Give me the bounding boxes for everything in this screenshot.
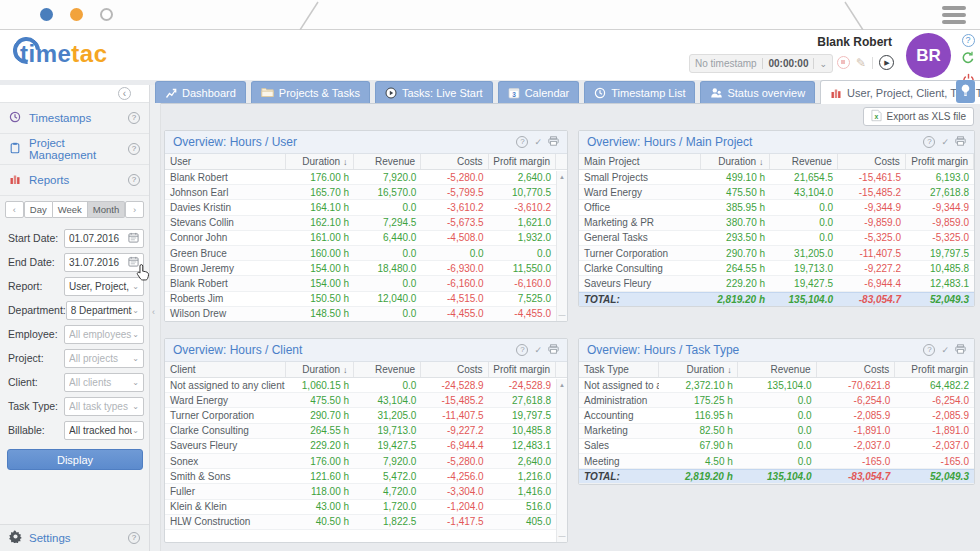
table-row[interactable]: Not assigned to any client1,060.15 h0.0-… bbox=[165, 378, 556, 393]
column-header-costs[interactable]: Costs bbox=[421, 154, 488, 169]
table-row[interactable]: Marketing82.50 h0.0-1,891.0-1,891.0 bbox=[579, 424, 974, 439]
avatar[interactable]: BR bbox=[906, 33, 951, 78]
check-icon[interactable]: ✓ bbox=[941, 137, 949, 147]
chevron-down-icon[interactable]: ⌄ bbox=[132, 426, 139, 435]
column-header-client[interactable]: Client bbox=[165, 362, 286, 377]
chevron-down-icon[interactable]: ⌄ bbox=[132, 378, 139, 387]
table-row[interactable]: Fuller118.00 h4,720.0-3,304.01,416.0 bbox=[165, 484, 556, 499]
tab-projects-tasks[interactable]: Projects & Tasks bbox=[251, 81, 370, 103]
table-row[interactable]: Saveurs Fleury229.20 h19,427.5-6,944.412… bbox=[579, 276, 974, 291]
hamburger-menu-icon[interactable] bbox=[942, 6, 966, 27]
tab-dashboard[interactable]: Dashboard bbox=[155, 81, 246, 103]
table-row[interactable]: Turner Corporation290.70 h31,205.0-11,40… bbox=[165, 408, 556, 423]
help-icon[interactable]: ? bbox=[516, 344, 528, 356]
table-row[interactable]: General Tasks293.50 h0.0-5,325.0-5,325.0 bbox=[579, 231, 974, 246]
table-row[interactable]: Ward Energy475.50 h43,104.0-15,485.227,6… bbox=[579, 185, 974, 200]
end-date-input[interactable]: 31.07.2016 bbox=[64, 253, 144, 272]
table-row[interactable]: Small Projects499.10 h21,654.5-15,461.56… bbox=[579, 170, 974, 185]
chevron-down-icon[interactable]: ⌄ bbox=[132, 306, 139, 315]
column-header-revenue[interactable]: Revenue bbox=[738, 362, 817, 377]
help-icon[interactable]: ? bbox=[516, 136, 528, 148]
help-icon[interactable]: ? bbox=[128, 174, 140, 186]
table-row[interactable]: Brown Jeremy154.00 h18,480.0-6,930.011,5… bbox=[165, 261, 556, 276]
column-header-task-type[interactable]: Task Type bbox=[579, 362, 659, 377]
sidebar-item-project-management[interactable]: Project Management? bbox=[0, 134, 149, 165]
client-select[interactable]: All clients⌄ bbox=[64, 373, 144, 392]
column-header-costs[interactable]: Costs bbox=[817, 362, 896, 377]
printer-icon[interactable] bbox=[955, 136, 966, 148]
table-row[interactable]: Stevans Collin162.10 h7,294.5-5,673.51,6… bbox=[165, 216, 556, 231]
table-row[interactable]: Wilson Drew148.50 h0.0-4,455.0-4,455.0 bbox=[165, 307, 556, 322]
billable-select[interactable]: All tracked hou⌄ bbox=[64, 421, 144, 440]
column-header-revenue[interactable]: Revenue bbox=[354, 154, 421, 169]
column-header-duration[interactable]: Duration↓ bbox=[701, 154, 769, 169]
table-row[interactable]: Green Bruce160.00 h0.00.00.0 bbox=[165, 246, 556, 261]
column-header-user[interactable]: User bbox=[165, 154, 286, 169]
help-icon[interactable]: ? bbox=[128, 532, 140, 544]
table-row[interactable]: Sales67.90 h0.0-2,037.0-2,037.0 bbox=[579, 439, 974, 454]
table-row[interactable]: HLW Construction40.50 h1,822.5-1,417.540… bbox=[165, 515, 556, 530]
employee-select[interactable]: All employees⌄ bbox=[64, 325, 144, 344]
vertical-scrollbar[interactable]: ▲— bbox=[556, 171, 567, 321]
project-select[interactable]: All projects⌄ bbox=[64, 349, 144, 368]
column-header-duration[interactable]: Duration↓ bbox=[286, 154, 353, 169]
sidebar-item-reports[interactable]: Reports? bbox=[0, 165, 149, 196]
table-row[interactable]: Blank Robert154.00 h0.0-6,160.0-6,160.0 bbox=[165, 276, 556, 291]
table-row[interactable]: Connor John161.00 h6,440.0-4,508.01,932.… bbox=[165, 231, 556, 246]
vertical-scrollbar[interactable]: ▲— bbox=[556, 379, 567, 542]
help-icon[interactable]: ? bbox=[923, 136, 935, 148]
column-header-profit-margin[interactable]: Profit margin bbox=[895, 362, 974, 377]
display-button[interactable]: Display bbox=[7, 449, 143, 470]
table-row[interactable]: Administration175.25 h0.0-6,254.0-6,254.… bbox=[579, 393, 974, 408]
report-select[interactable]: User, Project,⌄ bbox=[64, 277, 144, 296]
stop-timestamp-icon[interactable] bbox=[837, 56, 850, 69]
sidebar-splitter[interactable]: ‹ bbox=[150, 85, 161, 551]
splitter-collapse-icon[interactable]: ‹ bbox=[152, 307, 155, 317]
table-row[interactable]: Roberts Jim150.50 h12,040.0-4,515.07,525… bbox=[165, 292, 556, 307]
department-select[interactable]: 8 Departments⌄ bbox=[66, 301, 144, 320]
period-week-button[interactable]: Week bbox=[53, 201, 88, 218]
start-date-input[interactable]: 01.07.2016 bbox=[64, 229, 144, 248]
printer-icon[interactable] bbox=[548, 344, 559, 356]
sidebar-collapse-bar[interactable]: ‹ bbox=[0, 85, 149, 103]
check-icon[interactable]: ✓ bbox=[534, 345, 542, 355]
sidebar-settings[interactable]: Settings ? bbox=[0, 524, 149, 551]
chevron-down-icon[interactable]: ⌄ bbox=[132, 354, 139, 363]
column-header-costs[interactable]: Costs bbox=[838, 154, 906, 169]
sidebar-item-timestamps[interactable]: Timestamps? bbox=[0, 103, 149, 134]
tab-calendar[interactable]: 3Calendar bbox=[498, 81, 580, 103]
column-header-main-project[interactable]: Main Project bbox=[579, 154, 701, 169]
chevron-down-icon[interactable]: ⌄ bbox=[132, 402, 139, 411]
scroll-up-icon[interactable]: ▲ bbox=[559, 174, 565, 180]
start-timestamp-button[interactable]: ▶ bbox=[879, 55, 894, 70]
column-header-duration[interactable]: Duration↓ bbox=[659, 362, 738, 377]
table-row[interactable]: Clarke Consulting264.55 h19,713.0-9,227.… bbox=[165, 424, 556, 439]
tip-bulb-button[interactable] bbox=[956, 80, 975, 103]
tab-status-overview[interactable]: Status overview bbox=[700, 81, 815, 103]
table-row[interactable]: Not assigned to any ...2,372.10 h135,104… bbox=[579, 378, 974, 393]
table-row[interactable]: Ward Energy475.50 h43,104.0-15,485.227,6… bbox=[165, 393, 556, 408]
table-row[interactable]: Turner Corporation290.70 h31,205.0-11,40… bbox=[579, 246, 974, 261]
calendar-icon[interactable] bbox=[128, 232, 139, 245]
help-icon[interactable]: ? bbox=[923, 344, 935, 356]
export-xls-button[interactable]: x Export as XLS file bbox=[863, 107, 974, 126]
window-dot-blue-icon[interactable] bbox=[40, 8, 53, 21]
table-row[interactable]: Johnson Earl165.70 h16,570.0-5,799.510,7… bbox=[165, 185, 556, 200]
timer-widget[interactable]: No timestamp run... 00:00:00 ⌄ bbox=[689, 54, 833, 73]
table-row[interactable]: Sonex176.00 h7,920.0-5,280.02,640.0 bbox=[165, 454, 556, 469]
period-prev-button[interactable]: ‹ bbox=[5, 201, 24, 218]
table-row[interactable]: Saveurs Fleury229.20 h19,427.5-6,944.412… bbox=[165, 439, 556, 454]
table-row[interactable]: Office385.95 h0.0-9,344.9-9,344.9 bbox=[579, 200, 974, 215]
table-row[interactable]: Accounting116.95 h0.0-2,085.9-2,085.9 bbox=[579, 408, 974, 423]
edit-timestamp-icon[interactable]: ✎ bbox=[856, 56, 866, 70]
column-header-revenue[interactable]: Revenue bbox=[770, 154, 838, 169]
column-header-costs[interactable]: Costs bbox=[421, 362, 488, 377]
chevron-down-icon[interactable]: ⌄ bbox=[132, 330, 139, 339]
column-header-duration[interactable]: Duration↓ bbox=[286, 362, 353, 377]
table-total-row[interactable]: TOTAL:2,819.20 h135,104.0-83,054.752,049… bbox=[579, 469, 974, 484]
printer-icon[interactable] bbox=[955, 344, 966, 356]
window-dot-orange-icon[interactable] bbox=[70, 8, 83, 21]
column-header-profit-margin[interactable]: Profit margin bbox=[489, 154, 556, 169]
table-row[interactable]: Klein & Klein43.00 h1,720.0-1,204.0516.0 bbox=[165, 500, 556, 515]
tab-timestamp-list[interactable]: Timestamp List bbox=[584, 81, 695, 103]
